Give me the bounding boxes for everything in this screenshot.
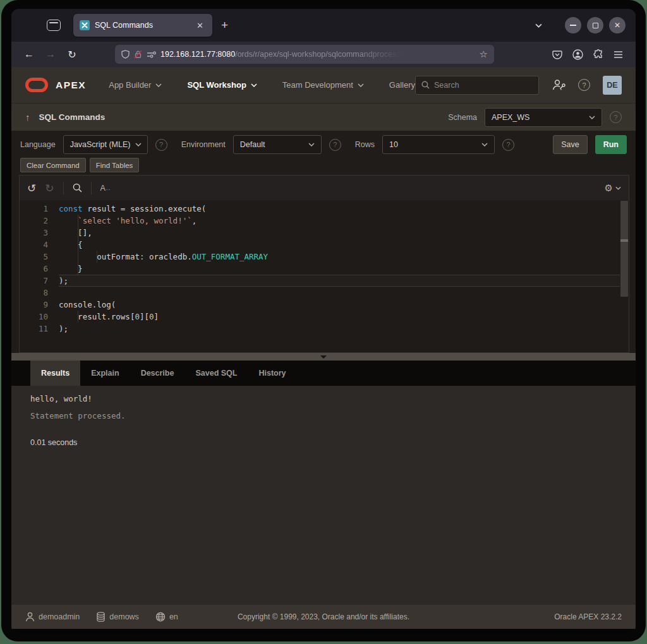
environment-label: Environment <box>181 140 226 149</box>
find-icon[interactable] <box>73 183 82 193</box>
account-icon[interactable] <box>572 49 583 60</box>
apex-titlebar: ↑ SQL Commands Schema APEX_WS ? <box>11 103 636 131</box>
reload-icon[interactable]: ↻ <box>63 45 81 63</box>
help-icon[interactable]: ? <box>578 79 590 91</box>
line-number: 9 <box>20 299 59 311</box>
user-avatar[interactable]: DE <box>603 76 622 95</box>
rows-select[interactable]: 10 <box>382 135 495 154</box>
apex-brand: APEX <box>56 80 86 91</box>
run-button[interactable]: Run <box>595 135 627 154</box>
line-number: 10 <box>20 311 59 323</box>
tab-explain[interactable]: Explain <box>80 361 130 386</box>
url-text[interactable]: 192.168.121.77:8080/ords/r/apex/sql-work… <box>160 50 473 59</box>
admin-icon[interactable] <box>552 79 565 91</box>
tab-results[interactable]: Results <box>30 361 80 386</box>
extensions-icon[interactable] <box>593 49 603 59</box>
line-number: 4 <box>20 239 59 251</box>
nav-sql-workshop[interactable]: SQL Workshop <box>187 80 257 90</box>
header-search[interactable] <box>415 76 539 95</box>
code-line[interactable]: } <box>59 263 629 275</box>
result-output: hello, world! <box>30 394 617 403</box>
language-help-icon[interactable]: ? <box>155 139 167 151</box>
splitter-handle[interactable] <box>11 353 636 361</box>
environment-help-icon[interactable]: ? <box>329 139 341 151</box>
tab-title: SQL Commands <box>95 21 189 30</box>
splitter-collapse-icon[interactable] <box>320 355 327 359</box>
language-select[interactable]: JavaScript (MLE) <box>63 135 148 154</box>
permissions-icon[interactable] <box>147 51 156 58</box>
chevron-down-icon[interactable] <box>615 186 621 190</box>
forward-icon[interactable]: → <box>42 45 59 63</box>
code-line[interactable]: { <box>59 239 629 251</box>
chevron-down-icon <box>481 143 488 146</box>
bookmark-star-icon[interactable]: ☆ <box>480 49 488 60</box>
page-title: SQL Commands <box>39 112 106 122</box>
code-line[interactable]: result.rows[0][0] <box>59 311 629 323</box>
line-number: 2 <box>20 215 59 227</box>
url-bar[interactable]: 192.168.121.77:8080/ords/r/apex/sql-work… <box>115 45 494 64</box>
results-tabbar: ResultsExplainDescribeSaved SQLHistory <box>11 361 636 386</box>
header-nav: App BuilderSQL WorkshopTeam DevelopmentG… <box>109 80 415 90</box>
code-line[interactable]: [], <box>59 227 629 239</box>
chevron-down-icon <box>155 83 162 87</box>
clear-command-button[interactable]: Clear Command <box>20 158 86 172</box>
lock-insecure-icon[interactable] <box>134 50 142 59</box>
code-line[interactable]: outFormat: oracledb.OUT_FORMAT_ARRAY <box>59 251 629 263</box>
environment-select[interactable]: Default <box>233 135 322 154</box>
schema-help-icon[interactable]: ? <box>610 111 622 123</box>
new-tab-button[interactable]: + <box>221 18 228 32</box>
nav-app-builder[interactable]: App Builder <box>109 80 162 90</box>
browser-tab[interactable]: SQL Commands ✕ <box>73 14 212 37</box>
chevron-down-icon <box>589 116 595 119</box>
rows-help-icon[interactable]: ? <box>502 139 514 151</box>
code-line[interactable]: ); <box>59 323 629 335</box>
firefox-view-icon[interactable] <box>47 20 61 31</box>
browser-window: SQL Commands ✕ + ✕ ← → ↻ 192.168.121.77:… <box>11 9 636 634</box>
tab-saved-sql[interactable]: Saved SQL <box>184 361 248 386</box>
line-number: 3 <box>20 227 59 239</box>
save-button[interactable]: Save <box>553 135 588 154</box>
shield-icon[interactable] <box>121 50 130 59</box>
line-number: 11 <box>20 323 59 335</box>
menu-icon[interactable] <box>614 51 623 59</box>
line-number: 8 <box>20 287 59 299</box>
rows-label: Rows <box>355 140 375 149</box>
pocket-icon[interactable] <box>552 50 562 59</box>
nav-team-development[interactable]: Team Development <box>282 80 364 90</box>
settings-gear-icon[interactable]: ⚙ <box>605 182 613 194</box>
schema-select[interactable]: APEX_WS <box>485 108 602 127</box>
apex-favicon-icon <box>80 20 90 30</box>
maximize-button[interactable] <box>587 17 603 33</box>
editor-toolbar: ↺ ↻ A∙∙ ⚙ <box>20 176 629 200</box>
tab-describe[interactable]: Describe <box>130 361 185 386</box>
code-line[interactable] <box>59 287 629 299</box>
result-timing: 0.01 seconds <box>30 438 617 447</box>
code-line[interactable]: `select 'hello, world!'`, <box>59 215 629 227</box>
editor-code[interactable]: const result = session.execute( `select … <box>59 200 629 352</box>
undo-icon[interactable]: ↺ <box>27 182 36 194</box>
up-arrow-icon[interactable]: ↑ <box>25 112 30 122</box>
chevron-down-icon <box>135 143 142 146</box>
code-editor[interactable]: 1234567891011 const result = session.exe… <box>20 200 629 352</box>
minimize-button[interactable] <box>565 17 581 33</box>
redo-icon[interactable]: ↻ <box>45 182 54 194</box>
find-tables-button[interactable]: Find Tables <box>90 158 140 172</box>
autocomplete-icon[interactable]: A∙∙ <box>100 184 111 193</box>
nav-gallery[interactable]: Gallery <box>389 80 415 90</box>
back-icon[interactable]: ← <box>20 45 38 63</box>
editor-gutter: 1234567891011 <box>20 200 59 352</box>
code-line[interactable]: console.log( <box>59 299 629 311</box>
search-input[interactable] <box>434 81 523 90</box>
tab-close-icon[interactable]: ✕ <box>194 20 206 31</box>
chevron-down-icon <box>308 143 315 146</box>
apex-footer: Copyright © 1999, 2023, Oracle and/or it… <box>11 605 636 629</box>
tab-history[interactable]: History <box>248 361 296 386</box>
close-button[interactable]: ✕ <box>609 17 626 33</box>
apex-header: APEX App BuilderSQL WorkshopTeam Develop… <box>11 67 636 103</box>
code-line[interactable]: const result = session.execute( <box>59 203 629 215</box>
chevron-down-icon <box>251 83 257 87</box>
list-all-tabs-icon[interactable] <box>535 23 542 28</box>
code-line[interactable]: ); <box>59 275 620 287</box>
language-label: Language <box>20 140 56 149</box>
copyright-text: Copyright © 1999, 2023, Oracle and/or it… <box>11 612 636 621</box>
